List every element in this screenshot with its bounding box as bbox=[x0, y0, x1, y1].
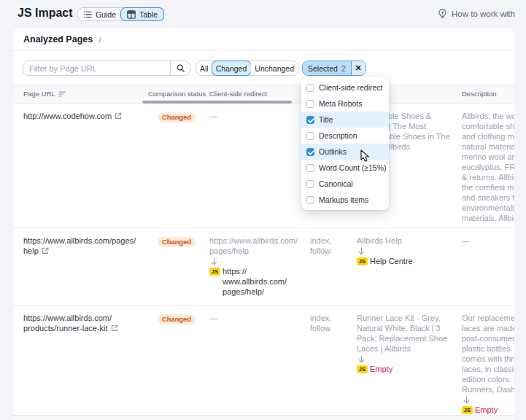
table-icon bbox=[127, 10, 136, 19]
cell-line: merino wool and bbox=[462, 152, 514, 162]
js-rendered-value: JSHelp Centre bbox=[357, 256, 413, 266]
cell-client-side-redirect: https://www.allbirds.com/pages/helpJShtt… bbox=[209, 236, 298, 297]
js-badge: JS bbox=[357, 365, 368, 373]
dropdown-item-word-count-15[interactable]: Word Count (≥15%) bbox=[301, 160, 389, 176]
url-line: https://www.allbirds.com/ bbox=[23, 313, 118, 323]
cell-meta-robots: index,follow bbox=[310, 236, 331, 256]
checkbox-unchecked[interactable] bbox=[306, 196, 314, 204]
checkbox-unchecked[interactable] bbox=[306, 132, 314, 140]
cell-meta-robots: index,follow bbox=[310, 313, 331, 333]
column-header-label: Page URL bbox=[23, 90, 55, 98]
dropdown-item-outlinks[interactable]: Outlinks bbox=[301, 144, 389, 160]
view-toggle-table[interactable]: Table bbox=[120, 7, 164, 21]
cell-line: Allbirds: the world's most bbox=[462, 111, 514, 121]
cell-line: laces are made from bbox=[462, 323, 514, 333]
checkbox-unchecked[interactable] bbox=[306, 180, 314, 188]
status-badge: Changed bbox=[158, 314, 196, 324]
selected-columns-button[interactable]: Selected 2 bbox=[303, 61, 351, 75]
cell-line: materials. Allbirds... bbox=[462, 213, 514, 223]
external-link-icon[interactable] bbox=[115, 112, 122, 120]
cell-line: Laces | Allbirds bbox=[357, 343, 447, 354]
dropdown-item-description[interactable]: Description bbox=[301, 128, 389, 144]
arrow-down-icon bbox=[357, 246, 413, 256]
dropdown-item-title[interactable]: Title bbox=[301, 112, 389, 128]
dropdown-item-meta-robots[interactable]: Meta Robots bbox=[301, 96, 389, 112]
status-filter-all[interactable]: All bbox=[196, 61, 212, 75]
js-badge: JS bbox=[357, 257, 368, 265]
card-footer bbox=[13, 415, 514, 420]
checkbox-unchecked[interactable] bbox=[306, 84, 314, 92]
selected-label: Selected bbox=[308, 64, 338, 73]
dropdown-item-markups-items[interactable]: Markups items bbox=[301, 192, 389, 208]
column-header-description: Description bbox=[462, 90, 514, 98]
status-filter-unchanged[interactable]: Unchanged bbox=[250, 61, 298, 75]
status-badge: Changed bbox=[158, 237, 196, 247]
table-row: https://www.allbirds.com/products/runner… bbox=[13, 306, 514, 415]
view-toggle-guide[interactable]: Guide bbox=[78, 8, 121, 20]
url-filter-input[interactable] bbox=[23, 61, 170, 75]
dropdown-item-label: Meta Robots bbox=[319, 99, 363, 108]
cell-line: environmentally friendly bbox=[462, 203, 514, 213]
cell-line: Help Centre bbox=[370, 256, 413, 266]
cell-line: Runner Lace Kit - Grey, bbox=[357, 313, 447, 323]
empty-dash: — bbox=[209, 314, 217, 322]
cell-description: Our replacement shoelaces are made fromp… bbox=[462, 313, 514, 415]
selected-count: 2 bbox=[341, 64, 346, 73]
dropdown-item-label: Markups items bbox=[319, 195, 368, 204]
dropdown-item-client-side-redirect[interactable]: Client-side redirect bbox=[301, 79, 389, 96]
table-header: Page URLComparison statusClient-side red… bbox=[13, 85, 514, 104]
close-icon: ✕ bbox=[355, 63, 362, 73]
cell-line: Runners, Dashers, and... bbox=[462, 384, 514, 394]
checkbox-unchecked[interactable] bbox=[306, 100, 314, 108]
column-header-comparison-status: Comparison status bbox=[148, 90, 206, 98]
cell-line: comfortable shoes bbox=[462, 121, 514, 131]
external-link-icon[interactable] bbox=[111, 324, 118, 332]
cell-page-url: http://www.codehow.com bbox=[23, 111, 122, 121]
cell-page-url: https://www.allbirds.com/products/runner… bbox=[23, 313, 118, 333]
cell-line: the comfiest men's shoes bbox=[462, 182, 514, 192]
cell-page-url: https://www.allbirds.com/pages/help bbox=[23, 236, 136, 256]
dropdown-item-label: Canonical bbox=[319, 179, 353, 188]
cell-line: & returns. Allbirds makes bbox=[462, 172, 514, 182]
cell-line: https://www.allbirds.com/ bbox=[209, 236, 298, 246]
table-row: http://www.codehow.comChanged—Sustainabl… bbox=[13, 104, 514, 228]
cell-line: https:// bbox=[223, 266, 298, 276]
panel-title-row: Analyzed Pages i bbox=[13, 28, 514, 51]
topbar: JS Impact GuideTable How to work with bbox=[0, 0, 526, 28]
cell-line: Empty bbox=[475, 405, 514, 415]
status-badge: Changed bbox=[158, 112, 196, 122]
status-filter-changed[interactable]: Changed bbox=[212, 61, 252, 76]
cell-line: pages/help bbox=[209, 246, 298, 256]
cell-line: and sneakers from bbox=[462, 192, 514, 203]
view-toggle-label: Guide bbox=[96, 10, 116, 19]
checkbox-checked[interactable] bbox=[306, 116, 314, 124]
cell-line: www.allbirds.com/ bbox=[223, 276, 298, 287]
cell-line: plastic bottles. Each kit bbox=[462, 343, 514, 354]
search-icon bbox=[177, 64, 185, 72]
clear-selected-button[interactable]: ✕ bbox=[351, 61, 366, 75]
url-line: http://www.codehow.com bbox=[23, 111, 122, 121]
table-row: https://www.allbirds.com/pages/helpChang… bbox=[13, 228, 514, 306]
cell-title: Runner Lace Kit - Grey,Natural White, Bl… bbox=[357, 313, 447, 374]
js-badge: JS bbox=[209, 268, 220, 276]
list-icon bbox=[83, 10, 92, 19]
column-header-label: Description bbox=[462, 90, 497, 98]
info-icon[interactable]: i bbox=[98, 35, 101, 44]
panel-title: Analyzed Pages bbox=[23, 34, 93, 44]
dropdown-item-canonical[interactable]: Canonical bbox=[301, 176, 389, 192]
help-link[interactable]: How to work with bbox=[438, 9, 515, 19]
url-line: products/runner-lace-kit bbox=[23, 323, 118, 333]
checkbox-unchecked[interactable] bbox=[306, 164, 314, 172]
external-link-icon[interactable] bbox=[42, 247, 49, 254]
empty-dash: — bbox=[209, 112, 217, 120]
analyzed-pages-panel: Analyzed Pages i AllChangedUnchanged Sel… bbox=[13, 28, 514, 420]
column-header-client-side-redirect: Client-side redirect bbox=[209, 90, 267, 98]
checkbox-checked[interactable] bbox=[306, 148, 314, 156]
cell-line: post-consumer, recycled bbox=[462, 333, 514, 343]
search-button[interactable] bbox=[170, 61, 190, 75]
js-rendered-value: JShttps://www.allbirds.com/pages/help/ bbox=[209, 266, 298, 297]
column-header-page-url[interactable]: Page URL bbox=[23, 90, 66, 98]
cell-line: Natural White, Black | 3 bbox=[357, 323, 447, 333]
cell-comparison-status: Changed bbox=[158, 112, 196, 122]
dropdown-item-label: Word Count (≥15%) bbox=[319, 163, 387, 172]
